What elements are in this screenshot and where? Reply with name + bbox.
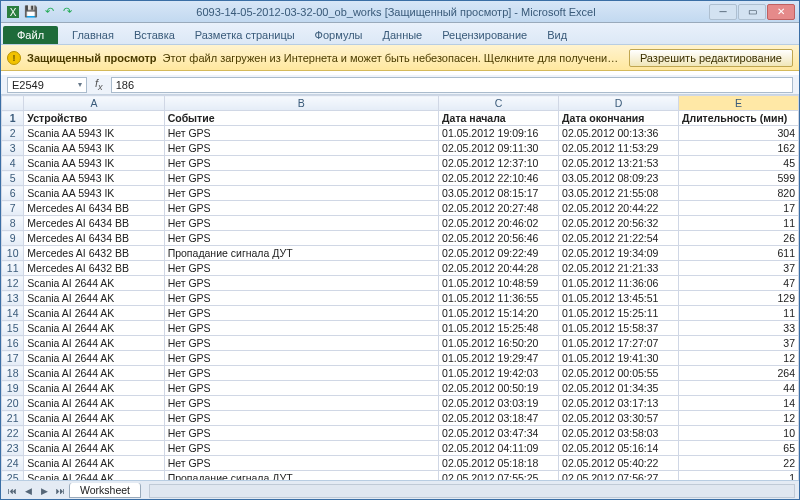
cell[interactable]: Нет GPS: [164, 186, 438, 201]
row-header[interactable]: 13: [2, 291, 24, 306]
cell[interactable]: 02.05.2012 09:11:30: [439, 141, 559, 156]
cell[interactable]: 02.05.2012 04:11:09: [439, 441, 559, 456]
col-header-b[interactable]: B: [164, 96, 438, 111]
cell[interactable]: 1: [679, 471, 799, 481]
cell[interactable]: Нет GPS: [164, 126, 438, 141]
cell[interactable]: Scania AA 5943 IK: [24, 171, 164, 186]
cell[interactable]: 02.05.2012 03:30:57: [559, 411, 679, 426]
cell[interactable]: 33: [679, 321, 799, 336]
cell[interactable]: Нет GPS: [164, 171, 438, 186]
cell[interactable]: 10: [679, 426, 799, 441]
cell[interactable]: Нет GPS: [164, 381, 438, 396]
cell[interactable]: 65: [679, 441, 799, 456]
cell[interactable]: 44: [679, 381, 799, 396]
row-header[interactable]: 10: [2, 246, 24, 261]
cell[interactable]: 02.05.2012 09:22:49: [439, 246, 559, 261]
cell[interactable]: Scania AA 5943 IK: [24, 156, 164, 171]
cell[interactable]: Scania AI 2644 AK: [24, 441, 164, 456]
cell[interactable]: Нет GPS: [164, 306, 438, 321]
row-header[interactable]: 2: [2, 126, 24, 141]
cell[interactable]: Длительность (мин): [679, 111, 799, 126]
row-header[interactable]: 22: [2, 426, 24, 441]
cell[interactable]: Нет GPS: [164, 336, 438, 351]
cell[interactable]: Scania AA 5943 IK: [24, 126, 164, 141]
cell[interactable]: Дата начала: [439, 111, 559, 126]
cell[interactable]: 12: [679, 411, 799, 426]
cell[interactable]: 02.05.2012 03:18:47: [439, 411, 559, 426]
row-header[interactable]: 15: [2, 321, 24, 336]
tab-home[interactable]: Главная: [62, 26, 124, 44]
cell[interactable]: Mercedes AI 6432 BB: [24, 246, 164, 261]
cell[interactable]: Нет GPS: [164, 426, 438, 441]
tab-view[interactable]: Вид: [537, 26, 577, 44]
cell[interactable]: 02.05.2012 22:10:46: [439, 171, 559, 186]
undo-icon[interactable]: ↶: [41, 4, 57, 20]
cell[interactable]: Нет GPS: [164, 321, 438, 336]
row-header[interactable]: 1: [2, 111, 24, 126]
tab-data[interactable]: Данные: [372, 26, 432, 44]
row-header[interactable]: 14: [2, 306, 24, 321]
tab-review[interactable]: Рецензирование: [432, 26, 537, 44]
cell[interactable]: 02.05.2012 03:47:34: [439, 426, 559, 441]
next-sheet-icon[interactable]: ▶: [37, 484, 51, 498]
cell[interactable]: 11: [679, 216, 799, 231]
row-header[interactable]: 24: [2, 456, 24, 471]
cell[interactable]: 02.05.2012 13:21:53: [559, 156, 679, 171]
cell[interactable]: Нет GPS: [164, 201, 438, 216]
cell[interactable]: 01.05.2012 19:41:30: [559, 351, 679, 366]
cell[interactable]: 02.05.2012 00:05:55: [559, 366, 679, 381]
cell[interactable]: 17: [679, 201, 799, 216]
cell[interactable]: 22: [679, 456, 799, 471]
cell[interactable]: 37: [679, 261, 799, 276]
cell[interactable]: 820: [679, 186, 799, 201]
cell[interactable]: Нет GPS: [164, 366, 438, 381]
cell[interactable]: 02.05.2012 00:13:36: [559, 126, 679, 141]
cell[interactable]: 02.05.2012 19:34:09: [559, 246, 679, 261]
cell[interactable]: Scania AI 2644 AK: [24, 291, 164, 306]
cell[interactable]: 162: [679, 141, 799, 156]
cell[interactable]: Нет GPS: [164, 276, 438, 291]
cell[interactable]: 01.05.2012 19:42:03: [439, 366, 559, 381]
cell[interactable]: 02.05.2012 03:58:03: [559, 426, 679, 441]
cell[interactable]: Дата окончания: [559, 111, 679, 126]
cell[interactable]: Scania AI 2644 AK: [24, 336, 164, 351]
cell[interactable]: Scania AI 2644 AK: [24, 456, 164, 471]
cell[interactable]: Нет GPS: [164, 261, 438, 276]
sheet-tab[interactable]: Worksheet: [69, 483, 141, 498]
cell[interactable]: Scania AA 5943 IK: [24, 141, 164, 156]
cell[interactable]: Нет GPS: [164, 141, 438, 156]
tab-page-layout[interactable]: Разметка страницы: [185, 26, 305, 44]
cell[interactable]: 47: [679, 276, 799, 291]
cell[interactable]: 37: [679, 336, 799, 351]
cell[interactable]: Нет GPS: [164, 351, 438, 366]
cell[interactable]: Нет GPS: [164, 291, 438, 306]
chevron-down-icon[interactable]: ▾: [78, 80, 82, 89]
cell[interactable]: 304: [679, 126, 799, 141]
cell[interactable]: 45: [679, 156, 799, 171]
cell[interactable]: 01.05.2012 19:09:16: [439, 126, 559, 141]
cell[interactable]: 02.05.2012 21:22:54: [559, 231, 679, 246]
row-header[interactable]: 7: [2, 201, 24, 216]
cell[interactable]: 01.05.2012 15:25:48: [439, 321, 559, 336]
horizontal-scrollbar[interactable]: [149, 484, 795, 498]
cell[interactable]: 599: [679, 171, 799, 186]
worksheet-grid[interactable]: A B C D E 1 Устройство Событие Дата нача…: [1, 95, 799, 480]
row-header[interactable]: 11: [2, 261, 24, 276]
cell[interactable]: 02.05.2012 05:40:22: [559, 456, 679, 471]
cell[interactable]: 02.05.2012 07:56:27: [559, 471, 679, 481]
cell[interactable]: Нет GPS: [164, 411, 438, 426]
row-header[interactable]: 17: [2, 351, 24, 366]
cell[interactable]: 264: [679, 366, 799, 381]
cell[interactable]: 03.05.2012 21:55:08: [559, 186, 679, 201]
cell[interactable]: 01.05.2012 15:58:37: [559, 321, 679, 336]
first-sheet-icon[interactable]: ⏮: [5, 484, 19, 498]
cell[interactable]: Устройство: [24, 111, 164, 126]
cell[interactable]: 02.05.2012 20:46:02: [439, 216, 559, 231]
row-header[interactable]: 23: [2, 441, 24, 456]
cell[interactable]: 02.05.2012 07:55:25: [439, 471, 559, 481]
tab-formulas[interactable]: Формулы: [305, 26, 373, 44]
cell[interactable]: 02.05.2012 05:16:14: [559, 441, 679, 456]
cell[interactable]: 02.05.2012 00:50:19: [439, 381, 559, 396]
cell[interactable]: Scania AI 2644 AK: [24, 426, 164, 441]
cell[interactable]: 01.05.2012 11:36:06: [559, 276, 679, 291]
